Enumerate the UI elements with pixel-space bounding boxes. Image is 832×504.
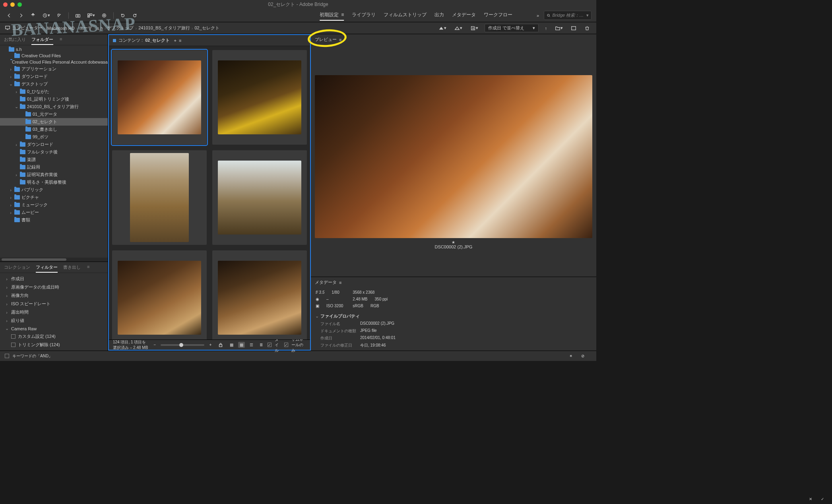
tree-item[interactable]: ⌄デスクトップ (0, 80, 108, 88)
tree-item[interactable]: Creative Cloud Files Personal Account do… (0, 59, 108, 65)
batch-rename-button[interactable]: ▾ (85, 12, 97, 19)
breadcrumb-item[interactable]: Macintosh HD (47, 26, 75, 31)
delete-button[interactable] (583, 25, 592, 32)
tree-item[interactable]: ›ピクチャ (0, 194, 108, 201)
thumbnail[interactable] (112, 150, 207, 245)
get-photos-button[interactable] (74, 12, 82, 19)
thumbnail[interactable] (212, 250, 307, 339)
zoom-window-button[interactable] (17, 2, 22, 7)
open-recent-button[interactable] (569, 25, 578, 32)
workspace-tab[interactable]: ライブラリ (352, 10, 376, 21)
parent-folder-button[interactable] (29, 12, 37, 19)
tree-item[interactable]: 楽譜 (0, 156, 108, 163)
panel-menu[interactable]: ≡ (87, 264, 89, 273)
disclosure-icon[interactable]: › (9, 188, 13, 192)
view-details-button[interactable]: ☰ (248, 342, 255, 348)
disclosure-icon[interactable]: › (9, 203, 13, 207)
workspace-tab[interactable]: 出力 (434, 10, 444, 21)
breadcrumb-item[interactable]: 241010_BS_イタリア旅行 (138, 25, 190, 31)
tree-item[interactable]: ›ダウンロード (0, 73, 108, 80)
tree-item[interactable]: ›0_ひながた (0, 88, 108, 95)
forward-button[interactable] (17, 12, 25, 19)
sort-dropdown[interactable]: 作成日 で並べ替え▾ (485, 24, 538, 32)
workspace-tab[interactable]: ワークフロー (484, 10, 512, 21)
disclosure-icon[interactable]: › (9, 195, 13, 200)
filter-category[interactable]: ›絞り値 (0, 316, 108, 325)
thumbnail[interactable] (112, 50, 207, 145)
tree-item[interactable]: Creative Cloud Files (0, 52, 108, 59)
panel-tab[interactable]: フィルター (36, 264, 58, 273)
tree-item[interactable]: 01_証明トリミング後 (0, 95, 108, 103)
filter-category[interactable]: ›露出時間 (0, 308, 108, 316)
thumbnail[interactable] (212, 150, 307, 245)
disclosure-icon[interactable]: › (9, 210, 13, 215)
recent-dropdown[interactable]: ▾ (41, 12, 52, 19)
filter-category[interactable]: ›ISO スピードレート (0, 300, 108, 308)
filter-category[interactable]: ›作成日 (0, 275, 108, 283)
tree-item[interactable]: 明るさ・美肌修整後 (0, 178, 108, 186)
tree-scrollbar[interactable] (0, 258, 108, 262)
tree-item[interactable]: ›アプリケーション (0, 65, 108, 73)
panel-tab[interactable]: 書き出し (63, 264, 81, 273)
tree-item[interactable]: ›証明写真作業後 (0, 171, 108, 178)
tree-item[interactable]: ›ムービー (0, 209, 108, 216)
view-grid-button[interactable]: ▦ (228, 342, 235, 348)
workspace-tab[interactable]: 初期設定 ≡ (320, 10, 344, 21)
tree-item[interactable]: フルレタッチ後 (0, 148, 108, 156)
panel-tab[interactable]: コレクション (4, 264, 30, 273)
workspace-tab[interactable]: メタデータ (452, 10, 476, 21)
new-folder-button[interactable]: ▾ (553, 25, 564, 32)
tree-item[interactable]: s.h (0, 46, 108, 52)
breadcrumb-item[interactable]: 02_セレクト (194, 25, 219, 31)
thumbnail[interactable] (212, 50, 307, 145)
tree-item[interactable]: 01_元データ (0, 110, 108, 118)
rotate-cw-button[interactable] (130, 12, 139, 19)
filter-item[interactable]: トリミング解除 (124) (0, 341, 108, 349)
rating-star-icon[interactable]: ★ (452, 240, 455, 244)
metadata-panel-menu[interactable]: ≡ (339, 280, 341, 285)
tree-item[interactable]: 02_セレクト (0, 118, 108, 126)
view-thumbnails-button[interactable]: ▦ (238, 342, 245, 348)
filter-category[interactable]: ›原画像データの生成日時 (0, 283, 108, 291)
breadcrumb-item[interactable]: コンピューター (12, 25, 43, 31)
search-input[interactable]: Bridge 検索：現在の... ▾ (544, 11, 592, 20)
tree-item[interactable]: 記録用 (0, 163, 108, 171)
tree-item[interactable]: 書類 (0, 216, 108, 224)
close-window-button[interactable] (3, 2, 8, 7)
file-properties-section[interactable]: ファイルプロパティ (320, 313, 360, 319)
sort-direction-button[interactable]: ↑ (543, 25, 549, 31)
panel-tab[interactable]: お気に入り (4, 37, 26, 45)
lock-thumbnail-button[interactable] (216, 341, 225, 349)
panel-tab[interactable]: フォルダー (31, 37, 53, 45)
tree-item[interactable]: ›ダウンロード (0, 141, 108, 148)
preview-image[interactable] (315, 75, 592, 238)
filter-rating-button[interactable]: ▾ (437, 25, 448, 32)
filter-keyword-button[interactable]: ▾ (469, 25, 480, 32)
pin-icon[interactable]: ✶ (568, 353, 574, 359)
disclosure-icon[interactable]: › (9, 67, 13, 72)
reveal-button[interactable] (55, 12, 64, 19)
breadcrumb-item[interactable]: s.h (97, 26, 103, 31)
filter-item[interactable]: カスタム設定 (124) (0, 332, 108, 341)
panel-menu[interactable]: ≡ (60, 37, 62, 45)
thumbnail-size-slider[interactable] (161, 344, 204, 346)
view-list-button[interactable]: ≣ (258, 342, 264, 348)
rotate-ccw-button[interactable] (118, 12, 127, 19)
tree-item[interactable]: ›パブリック (0, 186, 108, 194)
tree-item[interactable]: 03_書き出し (0, 126, 108, 133)
disclosure-icon[interactable]: ⌄ (14, 104, 18, 109)
filter-checkbox[interactable] (11, 343, 16, 347)
tile-checkbox[interactable] (268, 343, 272, 347)
disclosure-icon[interactable]: ⌄ (9, 81, 13, 87)
content-panel-menu[interactable]: ≡ (179, 38, 181, 43)
breadcrumb-item[interactable]: ユーザ (79, 25, 92, 31)
zoom-in-button[interactable]: + (208, 342, 213, 348)
tree-item[interactable]: ⌄241010_BS_イタリア旅行 (0, 103, 108, 110)
clear-icon[interactable]: ⊘ (580, 353, 586, 359)
keyword-and-checkbox[interactable] (5, 354, 9, 358)
filter-checkbox[interactable] (11, 334, 16, 339)
disclosure-icon[interactable]: › (14, 173, 18, 177)
disclosure-icon[interactable]: ⌄ (315, 314, 319, 319)
disclosure-icon[interactable]: › (14, 142, 18, 147)
workspace-tab[interactable]: フィルムストリップ (384, 10, 427, 21)
